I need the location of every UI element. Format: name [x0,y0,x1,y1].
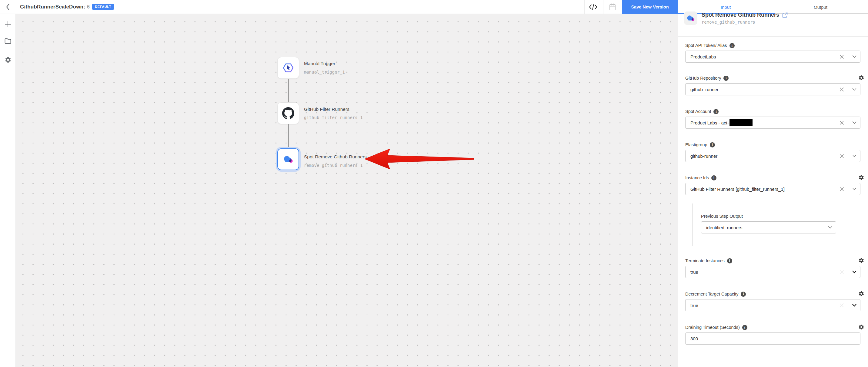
workflow-title-group: GithubRunnerScaleDown: 6 DEFAULT [20,0,114,13]
field-value: github_runner [690,87,719,92]
spot-account-select[interactable]: Product Labs - act- [685,116,861,129]
plus-icon [4,21,11,28]
panel-header: Spot Remove Github Runners remove_github… [684,11,788,25]
elastigroup-select[interactable]: github-runner [685,150,861,162]
node-github-filter-runners[interactable] [277,102,299,124]
toolbar-divider [603,0,603,13]
clear-icon[interactable] [839,154,844,158]
field-label: Terminate Instances [685,258,725,263]
gear-icon[interactable] [858,324,864,330]
node-title: GitHub Filter Runners [304,107,349,112]
default-badge: DEFAULT [92,4,114,10]
field-spot-account: Spot Account i Product Labs - act- [685,108,861,114]
external-link-icon[interactable] [782,12,788,18]
field-github-repository: GitHub Repository i github_runner [685,75,861,81]
clear-icon[interactable] [839,121,844,125]
field-value: GitHub Filter Runners [github_filter_run… [690,187,785,192]
gear-icon[interactable] [858,257,864,263]
field-value: identified_runners [706,225,742,230]
field-spot-api-token-alias: Spot API Token/ Alias i ProductLabs [685,42,861,48]
panel-title: Spot Remove Github Runners [702,12,779,18]
node-title: Manual Trigger [304,61,335,66]
info-icon[interactable]: i [711,175,716,180]
github-icon [282,107,294,119]
github-repository-select[interactable]: github_runner [685,83,861,95]
field-terminate-instances: Terminate Instances i true [685,258,861,264]
field-draining-timeout: Draining Timeout (Seconds) i 300 [685,324,861,330]
gear-icon[interactable] [858,75,864,81]
nested-group-line [692,203,692,246]
info-icon[interactable]: i [723,76,728,81]
node-connector [288,79,289,102]
terminate-instances-select[interactable]: true [685,266,861,278]
clear-icon[interactable] [839,187,844,191]
info-icon[interactable]: i [730,43,735,48]
chevron-down-icon[interactable] [852,55,857,58]
top-bar: GithubRunnerScaleDown: 6 DEFAULT Save Ne… [0,0,678,14]
chevron-down-icon[interactable] [852,155,857,158]
info-icon[interactable]: i [742,325,747,330]
schedule-button[interactable] [606,0,619,13]
left-sidebar [0,14,16,367]
chevron-down-icon[interactable] [852,88,857,91]
field-label: GitHub Repository [685,76,721,80]
spot-icon [283,155,294,164]
clear-icon [839,303,844,308]
spot-icon [686,14,695,22]
field-label: Previous Step Output [701,214,743,219]
toolbar-divider [584,0,585,13]
panel-divider [678,36,868,37]
info-icon[interactable]: i [741,292,746,297]
workflow-title: GithubRunnerScaleDown: [20,4,85,10]
field-previous-step-output: Previous Step Output identified_runners [701,213,836,219]
decrement-target-capacity-select[interactable]: true [685,299,861,311]
chevron-down-icon[interactable] [852,188,857,191]
field-label: Draining Timeout (Seconds) [685,325,740,330]
save-new-version-button[interactable]: Save New Version [622,0,678,14]
field-label: Instance Ids [685,175,709,180]
field-label: Decrement Target Capacity [685,292,738,296]
field-value: true [690,269,698,275]
gear-icon[interactable] [858,174,864,180]
chevron-down-icon[interactable] [852,270,857,273]
files-button[interactable] [2,35,14,47]
info-icon[interactable]: i [710,142,715,147]
chevron-down-icon[interactable] [852,304,857,307]
back-icon [6,3,10,10]
settings-gear-icon [4,56,11,63]
draining-timeout-input[interactable]: 300 [685,332,861,344]
field-value: 300 [690,336,698,341]
settings-button[interactable] [2,54,14,66]
field-value: true [690,303,698,308]
gear-icon[interactable] [858,291,864,297]
field-decrement-target-capacity: Decrement Target Capacity i true [685,291,861,297]
chevron-down-icon[interactable] [852,121,857,124]
step-icon-tile [684,11,698,25]
node-title: Spot Remove Github Runners [304,154,367,160]
previous-step-output-select[interactable]: identified_runners [701,221,836,233]
field-label: Elastigroup [685,142,707,147]
field-elastigroup: Elastigroup i github-runner [685,142,861,148]
spot-api-token-select[interactable]: ProductLabs [685,51,861,63]
field-value: ProductLabs [690,54,716,59]
field-label: Spot API Token/ Alias [685,43,727,48]
field-value: Product Labs - act- [690,120,729,125]
info-icon[interactable]: i [727,258,732,263]
node-manual-trigger[interactable] [277,57,299,79]
clear-icon[interactable] [839,87,844,92]
code-view-button[interactable] [586,0,600,13]
folder-icon [4,38,11,44]
node-step-id: github_filter_runners_1 [304,115,363,120]
workflow-canvas[interactable]: Manual Trigger manual_trigger_1 GitHub F… [16,14,678,367]
back-button[interactable] [0,0,16,13]
add-step-button[interactable] [2,18,14,30]
node-spot-remove-github-runners[interactable] [277,148,299,170]
workflow-version: 6 [87,4,90,10]
clear-icon[interactable] [839,55,844,59]
chevron-down-icon[interactable] [828,226,832,229]
code-icon [589,4,597,10]
field-value: github-runner [690,154,717,159]
node-connector [288,124,289,147]
instance-ids-select[interactable]: GitHub Filter Runners [github_filter_run… [685,183,861,195]
info-icon[interactable]: i [713,109,719,114]
